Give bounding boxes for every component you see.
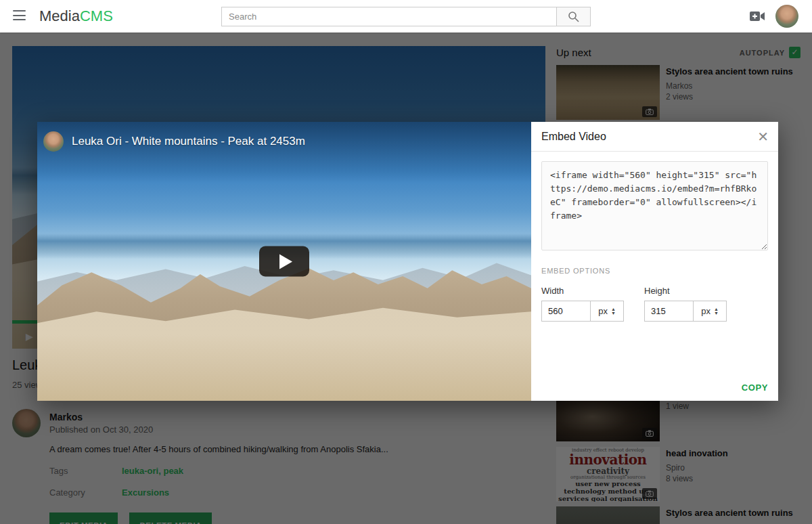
logo-text-media: Media <box>39 7 80 24</box>
search-input[interactable] <box>221 7 556 26</box>
preview-foreground <box>37 306 531 401</box>
logo-text-cms: CMS <box>80 7 113 24</box>
width-input[interactable] <box>541 301 591 322</box>
mediacms-logo[interactable]: MediaCMS <box>39 7 113 25</box>
width-unit-select[interactable]: px ▲▼ <box>590 301 624 322</box>
play-icon <box>279 254 292 269</box>
search-button[interactable] <box>556 7 591 26</box>
search-icon <box>568 11 579 22</box>
user-avatar[interactable] <box>775 5 798 28</box>
width-label: Width <box>541 286 624 296</box>
copy-button[interactable]: COPY <box>742 383 768 393</box>
height-label: Height <box>644 286 727 296</box>
select-arrows-icon: ▲▼ <box>714 307 719 315</box>
preview-play-button[interactable] <box>259 246 309 277</box>
close-icon[interactable]: ✕ <box>757 129 769 144</box>
video-camera-plus-icon <box>749 10 765 22</box>
unit-value: px <box>598 306 608 316</box>
preview-video-title: Leuka Ori - White mountains - Peak at 24… <box>72 135 305 148</box>
top-navbar: MediaCMS <box>0 0 812 32</box>
preview-channel-avatar[interactable] <box>43 131 64 152</box>
menu-icon[interactable] <box>13 10 26 20</box>
unit-value: px <box>701 306 710 316</box>
embed-code-textarea[interactable]: <iframe width="560" height="315" src="ht… <box>541 161 768 250</box>
upload-media-button[interactable] <box>749 10 765 25</box>
select-arrows-icon: ▲▼ <box>611 307 616 315</box>
height-input[interactable] <box>644 301 694 322</box>
search-bar <box>221 7 591 26</box>
mediacms-app: ▶ Leuka Ori - White mountains - Peak at … <box>0 0 812 524</box>
embed-preview-player[interactable]: Leuka Ori - White mountains - Peak at 24… <box>37 122 531 401</box>
embed-video-modal: Leuka Ori - White mountains - Peak at 24… <box>37 122 778 401</box>
modal-title: Embed Video <box>541 122 606 152</box>
embed-options-panel: Embed Video ✕ <iframe width="560" height… <box>531 122 778 401</box>
height-unit-select[interactable]: px ▲▼ <box>693 301 727 322</box>
embed-options-label: EMBED OPTIONS <box>541 267 768 275</box>
